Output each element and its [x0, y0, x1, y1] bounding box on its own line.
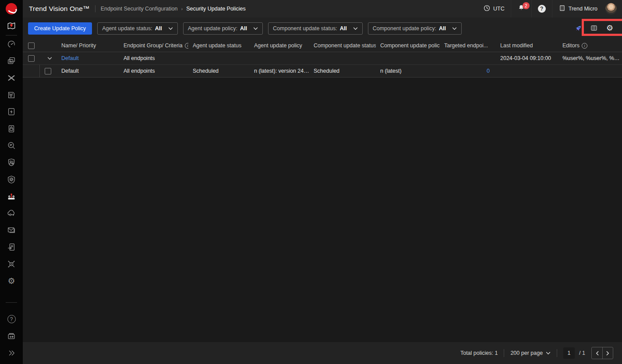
settings-gear-icon[interactable]: ⚙	[0, 272, 23, 290]
timezone-button[interactable]: UTC	[477, 0, 511, 18]
filter-value: All	[155, 25, 162, 32]
filter-value: All	[240, 25, 247, 32]
prev-page-button[interactable]	[592, 347, 602, 359]
filter-value: All	[340, 25, 347, 32]
component-policy-cell: n (latest)	[376, 68, 440, 74]
identity-shield-user-icon[interactable]	[0, 154, 23, 171]
row-checkbox[interactable]	[28, 55, 35, 62]
table-header-row: Name/ Priority Endpoint Group/ Criteriai…	[23, 39, 622, 52]
column-settings-icon[interactable]	[590, 24, 598, 32]
doc-share-icon[interactable]	[0, 239, 23, 256]
empty-content-area	[23, 78, 622, 342]
filter-label: Component update policy:	[373, 25, 436, 32]
col-targeted-endpoints[interactable]: Targeted endpoi...	[440, 42, 496, 49]
endpoint-shield-gear-icon[interactable]	[0, 171, 23, 188]
chevron-down-icon	[546, 352, 551, 355]
filter-component-update-status[interactable]: Component update status: All	[268, 22, 363, 35]
map-pin-icon[interactable]	[0, 18, 23, 35]
filter-agent-update-status[interactable]: Agent update status: All	[97, 22, 178, 35]
help-button[interactable]: ?	[532, 0, 552, 18]
col-agent-update-policy[interactable]: Agent update policy	[250, 42, 309, 49]
col-name-priority[interactable]: Name/ Priority	[57, 42, 119, 49]
table-row[interactable]: Default All endpoints 2024-03-04 09:10:0…	[23, 52, 622, 65]
breadcrumb-section[interactable]: Endpoint Security Configuration	[101, 6, 178, 12]
col-component-update-policy[interactable]: Component update policy	[376, 42, 440, 49]
app-title: Trend Vision One™	[29, 5, 90, 13]
sidebar-divider	[6, 35, 17, 35]
footer-divider	[504, 349, 504, 357]
question-icon: ?	[538, 5, 546, 13]
row-expander[interactable]	[42, 57, 57, 60]
agent-status-cell: Scheduled	[188, 68, 250, 74]
rocket-icon[interactable]	[574, 24, 583, 32]
create-update-policy-button[interactable]: Create Update Policy	[28, 22, 92, 35]
policy-name-cell: Default	[57, 68, 119, 74]
chevron-down-icon	[168, 27, 173, 30]
help-icon[interactable]: ?	[0, 311, 23, 328]
col-agent-update-status[interactable]: Agent update status	[188, 42, 250, 49]
page-number-input[interactable]: 1	[563, 347, 575, 359]
pagination-bar: Total policies: 1 200 per page 1 / 1	[23, 342, 622, 364]
chevron-down-icon	[353, 27, 358, 30]
info-icon[interactable]: i	[582, 43, 587, 49]
filter-value: All	[439, 25, 446, 32]
per-page-select[interactable]: 200 per page	[510, 350, 551, 356]
workbench-doc-icon[interactable]	[0, 86, 23, 103]
tenant-button[interactable]: Trend Micro	[552, 0, 604, 18]
service-console-active-icon[interactable]	[0, 188, 23, 205]
sidebar-divider	[6, 302, 17, 303]
col-editors[interactable]: Editorsi	[558, 42, 622, 49]
total-policies-label: Total policies: 1	[460, 350, 498, 356]
tenant-name: Trend Micro	[569, 6, 597, 12]
select-all-checkbox[interactable]	[28, 42, 35, 49]
xdr-x-icon[interactable]	[0, 70, 23, 87]
filter-component-update-policy[interactable]: Component update policy: All	[368, 22, 462, 35]
clock-icon	[483, 4, 491, 14]
policy-name-link[interactable]: Default	[61, 55, 79, 61]
endpoint-group-cell: All endpoints	[119, 68, 188, 74]
chevron-down-icon	[452, 27, 457, 30]
policies-table: Name/ Priority Endpoint Group/ Criteriai…	[23, 39, 622, 78]
gear-icon[interactable]: ⚙	[605, 24, 614, 32]
footer-divider	[557, 349, 557, 357]
building-icon	[558, 4, 566, 14]
chevron-right-icon	[606, 351, 609, 356]
policy-doc-lock-icon[interactable]	[0, 120, 23, 138]
notification-badge: 2	[523, 2, 530, 9]
endpoint-group-cell: All endpoints	[119, 55, 188, 61]
table-row[interactable]: Default All endpoints Scheduled n (lates…	[23, 65, 622, 78]
filter-agent-update-policy[interactable]: Agent update policy: All	[183, 22, 263, 35]
chevron-down-icon	[47, 57, 52, 60]
whats-new-box-icon[interactable]	[0, 328, 23, 345]
trend-micro-logo[interactable]	[0, 0, 23, 18]
network-analysis-icon[interactable]	[0, 255, 23, 272]
chevron-left-icon	[596, 351, 599, 356]
breadcrumb-separator: ›	[181, 6, 183, 11]
col-last-modified[interactable]: Last modified	[496, 42, 558, 49]
notifications-button[interactable]: 2	[511, 0, 531, 18]
info-icon[interactable]: i	[185, 43, 188, 49]
filter-label: Component update status:	[273, 25, 337, 32]
email-security-icon[interactable]	[0, 222, 23, 239]
col-endpoint-group[interactable]: Endpoint Group/ Criteriai	[119, 42, 188, 49]
user-avatar[interactable]	[605, 3, 617, 14]
row-checkbox[interactable]	[45, 68, 51, 74]
search-icon[interactable]	[0, 137, 23, 154]
timezone-label: UTC	[493, 6, 505, 12]
agent-policy-cell: n (latest): version 24.06	[250, 68, 309, 74]
next-page-button[interactable]	[602, 347, 613, 359]
expand-chevrons-icon[interactable]	[0, 344, 23, 361]
chevron-down-icon	[253, 27, 258, 30]
cloud-key-icon[interactable]	[0, 205, 23, 222]
targeted-endpoints-link[interactable]: 0	[487, 68, 490, 74]
filter-label: Agent update status:	[102, 25, 152, 32]
page-total-label: / 1	[579, 350, 585, 356]
toolbar: Create Update Policy Agent update status…	[23, 18, 622, 39]
sidebar: ⚙ ?	[0, 0, 23, 364]
reports-windows-icon[interactable]	[0, 53, 23, 70]
dashboard-gauge-icon[interactable]	[0, 36, 23, 53]
col-component-update-status[interactable]: Component update status	[309, 42, 376, 49]
editors-cell: %user%, %user%, %user%	[558, 55, 622, 61]
title-divider	[95, 5, 95, 12]
attack-surface-lightning-icon[interactable]	[0, 103, 23, 120]
